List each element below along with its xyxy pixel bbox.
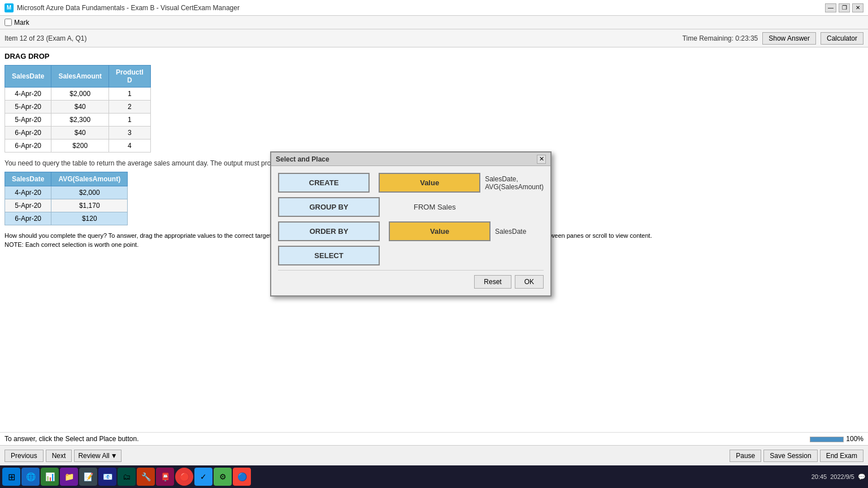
pause-button[interactable]: Pause (730, 450, 761, 462)
table-row: 6-Apr-20 $200 4 (5, 140, 151, 152)
bottom-nav: Previous Next Review All ▼ Pause Save Se… (0, 445, 868, 465)
taskbar-notification-icon: 💬 (858, 473, 866, 481)
from-sales-label: FROM Sales (414, 203, 455, 211)
taskbar-icon-3[interactable]: 📁 (60, 468, 78, 486)
select-and-place-modal: Select and Place ✕ CREATE Value SalesDat… (270, 151, 552, 297)
table-row: 5-Apr-20 $1,170 (5, 199, 128, 212)
show-answer-button[interactable]: Show Answer (762, 32, 816, 45)
taskbar-icon-11[interactable]: ⚙ (214, 468, 232, 486)
end-exam-button[interactable]: End Exam (820, 450, 863, 462)
toolbar-right: Time Remaining: 0:23:35 Show Answer Calc… (683, 32, 863, 45)
value-button-2[interactable]: Value (389, 221, 491, 241)
bottom-left: Previous Next Review All ▼ (5, 450, 121, 462)
modal-close-button[interactable]: ✕ (537, 155, 546, 164)
col-productid: ProductID (109, 66, 151, 88)
taskbar-right: 20:45 2022/9/5 💬 (811, 473, 866, 481)
title-bar-text: Microsoft Azure Data Fundamentals - Exam… (17, 4, 825, 12)
calculator-button[interactable]: Calculator (821, 32, 863, 45)
taskbar-icon-7[interactable]: 🔧 (137, 468, 155, 486)
chevron-down-icon: ▼ (111, 452, 118, 460)
table-row: 6-Apr-20 $40 3 (5, 127, 151, 140)
review-all-button[interactable]: Review All ▼ (74, 450, 121, 462)
zoom-bar (810, 437, 844, 442)
taskbar-icon-12[interactable]: 🔵 (233, 468, 251, 486)
top-toolbar: Item 12 of 23 (Exam A, Q1) Time Remainin… (0, 29, 868, 47)
modal-body: CREATE Value SalesDate,AVG(SalesAmount) … (271, 166, 550, 295)
mark-input[interactable] (5, 19, 12, 26)
select-button[interactable]: SELECT (278, 246, 380, 265)
modal-title: Select and Place (276, 155, 329, 163)
order-by-button[interactable]: ORDER BY (278, 221, 380, 241)
save-session-button[interactable]: Save Session (763, 450, 817, 462)
mark-label: Mark (14, 19, 29, 27)
app-icon: M (5, 3, 14, 12)
col-salesdate: SalesDate (5, 66, 51, 88)
table-row: 4-Apr-20 $2,000 (5, 186, 128, 199)
sales-table: SalesDate SalesAmount ProductID 4-Apr-20… (5, 65, 151, 152)
close-button[interactable]: ✕ (852, 3, 863, 12)
time-remaining: Time Remaining: 0:23:35 (683, 34, 758, 42)
taskbar-icon-2[interactable]: 📊 (41, 468, 59, 486)
table-row: 6-Apr-20 $120 (5, 212, 128, 225)
taskbar-time: 20:45 (811, 473, 827, 480)
bottom-instruction-bar: To answer, click the Select and Place bu… (0, 432, 868, 445)
bottom-right: Pause Save Session End Exam (730, 450, 863, 462)
create-button[interactable]: CREATE (278, 173, 370, 193)
modal-row-create: CREATE Value SalesDate,AVG(SalesAmount) (278, 173, 544, 193)
col-salesamount: SalesAmount (51, 66, 109, 88)
reset-button[interactable]: Reset (474, 275, 511, 289)
result-table: SalesDate AVG(SalesAmount) 4-Apr-20 $2,0… (5, 172, 128, 225)
title-bar: M Microsoft Azure Data Fundamentals - Ex… (0, 0, 868, 16)
zoom-fill (810, 437, 843, 442)
group-by-button[interactable]: GROUP BY (278, 197, 380, 217)
modal-title-bar: Select and Place ✕ (271, 152, 550, 166)
result-col-salesdate: SalesDate (5, 172, 51, 186)
previous-button[interactable]: Previous (5, 450, 44, 462)
title-bar-controls: — ❐ ✕ (825, 3, 863, 12)
value-label-2: SalesDate (495, 228, 526, 236)
table-row: 4-Apr-20 $2,000 1 (5, 88, 151, 101)
result-col-avg: AVG(SalesAmount) (51, 172, 128, 186)
modal-row-groupby: GROUP BY FROM Sales (278, 197, 544, 217)
modal-row-orderby: ORDER BY Value SalesDate (278, 221, 544, 241)
taskbar-icon-5[interactable]: 📧 (98, 468, 116, 486)
value-label-1: SalesDate,AVG(SalesAmount) (485, 175, 544, 191)
menu-bar: Mark (0, 16, 868, 29)
taskbar-icon-8[interactable]: 📮 (156, 468, 174, 486)
modal-row-select: SELECT (278, 246, 544, 265)
item-info: Item 12 of 23 (Exam A, Q1) (5, 34, 86, 42)
mark-checkbox[interactable]: Mark (5, 19, 29, 27)
drag-drop-label: DRAG DROP (5, 52, 863, 60)
windows-start-icon[interactable]: ⊞ (2, 468, 20, 486)
minimize-button[interactable]: — (825, 3, 836, 12)
zoom-level: 100% (846, 435, 863, 443)
table-row: 5-Apr-20 $2,300 1 (5, 114, 151, 127)
taskbar-icon-6[interactable]: 🗂 (118, 468, 136, 486)
ok-button[interactable]: OK (515, 275, 544, 289)
next-button[interactable]: Next (46, 450, 72, 462)
taskbar-icon-4[interactable]: 📝 (79, 468, 97, 486)
taskbar: ⊞ 🌐 📊 📁 📝 📧 🗂 🔧 📮 🔴 ✓ ⚙ 🔵 20:45 2022/9/5… (0, 465, 868, 488)
value-button-1[interactable]: Value (379, 173, 480, 193)
table-row: 5-Apr-20 $40 2 (5, 101, 151, 114)
restore-button[interactable]: ❐ (839, 3, 850, 12)
taskbar-icon-1[interactable]: 🌐 (21, 468, 40, 486)
modal-footer: Reset OK (278, 270, 544, 289)
taskbar-date: 2022/9/5 (830, 473, 854, 480)
taskbar-icon-9[interactable]: 🔴 (175, 468, 193, 486)
taskbar-icon-10[interactable]: ✓ (194, 468, 212, 486)
bottom-instruction-text: To answer, click the Select and Place bu… (5, 435, 138, 443)
